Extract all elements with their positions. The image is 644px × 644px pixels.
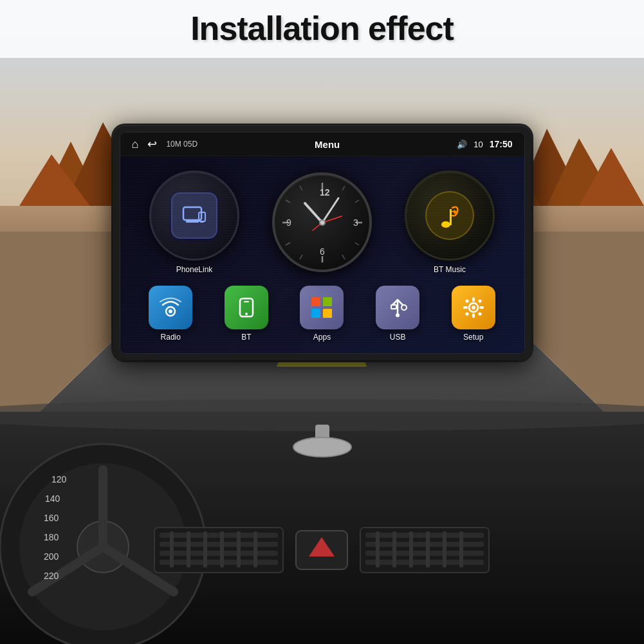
svg-line-78 bbox=[305, 203, 322, 223]
phonelink-svg-icon bbox=[181, 202, 208, 229]
svg-rect-46 bbox=[365, 542, 484, 547]
apps-label: Apps bbox=[313, 333, 331, 342]
svg-rect-51 bbox=[409, 531, 413, 567]
svg-rect-39 bbox=[220, 531, 224, 567]
svg-rect-41 bbox=[253, 531, 257, 567]
svg-line-76 bbox=[286, 200, 290, 203]
radio-app-button[interactable]: Radio bbox=[149, 286, 192, 342]
svg-rect-108 bbox=[477, 299, 482, 303]
svg-rect-92 bbox=[323, 297, 332, 306]
big-icons-row: PhoneLink 12 3 bbox=[133, 170, 511, 274]
svg-rect-94 bbox=[323, 309, 332, 318]
svg-point-102 bbox=[472, 306, 475, 309]
status-right: 🔊 10 17:50 bbox=[457, 139, 512, 149]
setup-icon-box bbox=[452, 286, 495, 329]
setup-app-button[interactable]: Setup bbox=[452, 286, 495, 342]
svg-text:220: 220 bbox=[44, 571, 59, 581]
bt-icon-box bbox=[225, 286, 268, 329]
phonelink-circle bbox=[149, 170, 239, 261]
svg-rect-32 bbox=[160, 533, 278, 538]
svg-line-71 bbox=[355, 200, 359, 203]
btmusic-label: BT Music bbox=[434, 265, 466, 274]
svg-point-83 bbox=[320, 221, 324, 225]
svg-rect-48 bbox=[365, 560, 484, 565]
svg-line-79 bbox=[322, 198, 338, 223]
back-icon[interactable]: ↩ bbox=[147, 137, 157, 151]
apps-icon-box bbox=[300, 286, 344, 329]
svg-rect-38 bbox=[203, 531, 207, 567]
svg-line-75 bbox=[286, 243, 290, 245]
svg-rect-91 bbox=[311, 297, 320, 306]
volume-icon: 🔊 bbox=[457, 140, 467, 149]
svg-point-84 bbox=[441, 221, 450, 228]
apps-svg-icon bbox=[308, 293, 336, 322]
svg-rect-105 bbox=[463, 306, 468, 309]
clock-widget: 12 3 6 9 bbox=[272, 172, 372, 272]
svg-rect-109 bbox=[465, 311, 469, 316]
svg-rect-34 bbox=[160, 551, 278, 556]
svg-text:12: 12 bbox=[320, 187, 330, 198]
home-icon[interactable]: ⌂ bbox=[132, 138, 139, 151]
svg-rect-37 bbox=[187, 531, 190, 567]
svg-text:9: 9 bbox=[286, 217, 291, 228]
clock-face: 12 3 6 9 bbox=[272, 172, 372, 272]
usb-label: USB bbox=[390, 333, 406, 342]
svg-rect-50 bbox=[392, 531, 396, 567]
svg-rect-49 bbox=[376, 531, 380, 567]
svg-line-74 bbox=[300, 255, 302, 259]
status-center: Menu bbox=[315, 139, 340, 150]
radio-svg-icon bbox=[156, 293, 185, 322]
setup-label: Setup bbox=[463, 333, 483, 342]
svg-rect-85 bbox=[450, 209, 452, 225]
svg-rect-53 bbox=[443, 531, 446, 567]
page-title: Installation effect bbox=[0, 9, 644, 48]
setup-svg-icon bbox=[459, 293, 488, 322]
phonelink-icon bbox=[171, 192, 217, 239]
clock-svg: 12 3 6 9 bbox=[277, 178, 367, 268]
bt-svg-icon bbox=[232, 293, 261, 322]
svg-rect-40 bbox=[237, 531, 241, 567]
svg-rect-61 bbox=[200, 221, 204, 223]
bt-label: BT bbox=[241, 333, 251, 342]
phonelink-label: PhoneLink bbox=[176, 265, 213, 274]
svg-point-56 bbox=[293, 437, 351, 457]
svg-rect-90 bbox=[244, 301, 249, 302]
svg-rect-59 bbox=[186, 220, 199, 223]
phonelink-button[interactable]: PhoneLink bbox=[149, 170, 239, 274]
car-radio-unit: ⌂ ↩ 10M 05D Menu 🔊 10 17:50 bbox=[113, 125, 531, 360]
svg-line-77 bbox=[300, 186, 302, 190]
svg-rect-35 bbox=[160, 560, 278, 565]
apps-app-button[interactable]: Apps bbox=[300, 286, 344, 342]
svg-line-73 bbox=[342, 255, 345, 259]
usb-app-button[interactable]: USB bbox=[376, 286, 419, 342]
svg-text:160: 160 bbox=[44, 513, 59, 523]
svg-text:140: 140 bbox=[45, 493, 60, 504]
svg-point-99 bbox=[401, 305, 407, 310]
svg-point-89 bbox=[245, 313, 248, 315]
status-bar: ⌂ ↩ 10M 05D Menu 🔊 10 17:50 bbox=[120, 133, 524, 156]
svg-rect-45 bbox=[365, 533, 484, 538]
svg-rect-52 bbox=[426, 531, 430, 567]
time-display: 17:50 bbox=[490, 139, 513, 149]
svg-line-70 bbox=[342, 186, 345, 190]
usb-icon-box bbox=[376, 286, 419, 329]
svg-rect-103 bbox=[472, 297, 475, 302]
svg-text:180: 180 bbox=[44, 532, 59, 542]
status-left: ⌂ ↩ 10M 05D bbox=[132, 137, 198, 151]
svg-rect-110 bbox=[477, 311, 482, 316]
svg-point-88 bbox=[169, 309, 172, 313]
svg-point-100 bbox=[396, 313, 400, 317]
btmusic-icon bbox=[425, 191, 474, 240]
screen-content: PhoneLink 12 3 bbox=[120, 156, 524, 353]
btmusic-button[interactable]: BT Music bbox=[405, 170, 495, 274]
svg-rect-36 bbox=[170, 531, 174, 567]
bt-app-button[interactable]: BT bbox=[225, 286, 268, 342]
menu-label: Menu bbox=[315, 139, 340, 150]
svg-rect-93 bbox=[311, 309, 320, 318]
svg-text:120: 120 bbox=[51, 474, 67, 484]
app-icons-row: Radio BT bbox=[133, 286, 511, 342]
radio-label: Radio bbox=[161, 333, 181, 342]
btmusic-circle bbox=[405, 170, 495, 261]
svg-rect-98 bbox=[391, 305, 396, 309]
usb-svg-icon bbox=[383, 293, 412, 322]
